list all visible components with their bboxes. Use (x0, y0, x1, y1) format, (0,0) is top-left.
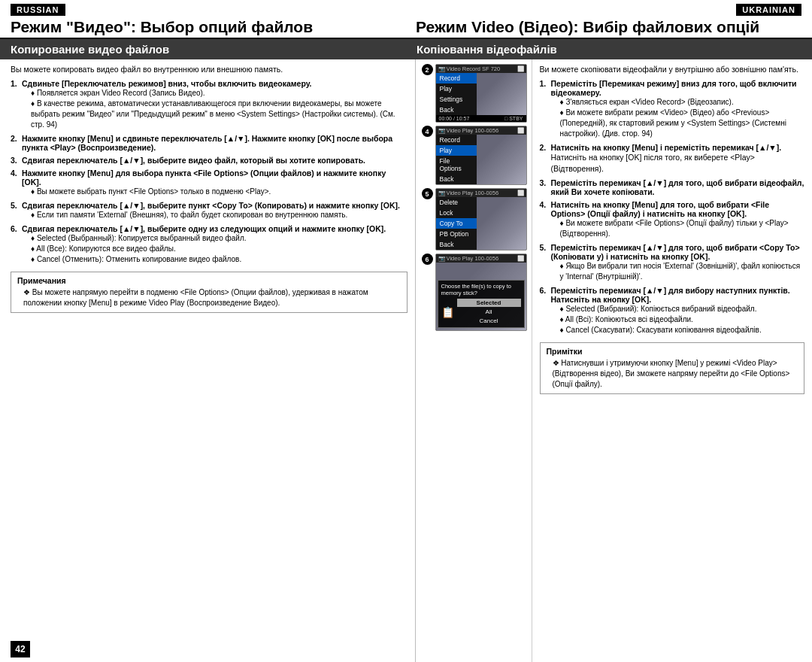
step-right-5-title: Перемістіть перемикач [▲/▼] для того, що… (551, 243, 800, 261)
step-left-1-b1: Появляется экран Video Record (Запись Ви… (22, 88, 408, 99)
step-left-2: 2. Нажмите кнопку [Menu] и сдвиньте пере… (11, 134, 408, 152)
step-right-4-b1: Ви можете вибрати <File Options> (Опції … (551, 218, 805, 239)
notes-left-title: Примечания (17, 276, 401, 285)
screenshots-col: 2 📷 Video Record SF 720 ⬜ Record Play Se… (416, 59, 532, 662)
screen-2-header: 📷 Video Record SF 720 ⬜ (436, 65, 526, 73)
screen-5-menu-pboption: PB Option (436, 229, 477, 239)
screen-6-dialog-title: Choose the file(s) to copy to memory sti… (441, 283, 521, 298)
screen-6-row: 6 📷 Video Play 100-0056 ⬜ Choose the fil… (422, 254, 527, 331)
screen-6-body: Choose the file(s) to copy to memory sti… (436, 263, 526, 330)
step-left-6: 6. Сдвигая переключатель [▲/▼], выберите… (11, 224, 408, 265)
step-right-6: 6. Перемістіть перемикач [▲/▼] для вибор… (540, 286, 805, 336)
step-left-5: 5. Сдвигая переключатель [▲/▼], выберите… (11, 201, 408, 220)
screen-5-menu-delete: Delete (436, 197, 477, 208)
lang-tag-ukrainian: UKRAINIAN (736, 4, 801, 16)
step-right-1-b1: З'являється екран <Video Record> (Відеоз… (551, 97, 805, 108)
screen-2-row: 2 📷 Video Record SF 720 ⬜ Record Play Se… (422, 64, 527, 123)
screen-6-dialog: Choose the file(s) to copy to memory sti… (438, 280, 525, 329)
step-right-6-b2: All (Всі): Копіюються всі відеофайли. (551, 314, 805, 325)
screen-5-header: 📷 Video Play 100-0056 ⬜ (436, 189, 526, 197)
steps-right-col: Ви можете скопіювати відеофайли у внутрі… (532, 59, 813, 662)
step-right-5: 5. Перемістіть перемикач [▲/▼] для того,… (540, 243, 805, 282)
screen-2-menu-record: Record (436, 73, 477, 84)
page: RUSSIAN UKRAINIAN Режим "Видео": Выбор о… (0, 0, 812, 662)
step-left-6-b1: Selected (Выбранный): Копируется выбранн… (22, 233, 408, 244)
step-left-6-title: Сдвигая переключатель [▲/▼], выберите од… (22, 224, 386, 233)
step-right-2-subtitle: Натисніть на кнопку [OK] після того, як … (551, 152, 805, 174)
screen-num-4: 4 (422, 126, 433, 137)
screen-4-menu-record: Record (436, 135, 477, 145)
screen-5-preview (477, 197, 526, 250)
dialog-all[interactable]: All (457, 308, 521, 316)
notes-left: Примечания ❖ Вы можете напрямую перейти … (11, 272, 408, 313)
screen-5-menu-back: Back (436, 239, 477, 250)
notes-left-item-1: ❖ Вы можете напрямую перейти в подменю <… (17, 287, 401, 308)
step-right-4-title: Натисніть на кнопку [Menu] для того, щоб… (551, 200, 770, 218)
step-left-4-b1: Вы можете выбрать пункт <File Options> т… (22, 187, 408, 197)
step-right-3: 3. Перемістіть перемикач [▲/▼] для того,… (540, 178, 805, 196)
step-left-2-title: Нажмите кнопку [Menu] и сдвиньте переклю… (22, 134, 392, 152)
lang-tag-russian: RUSSIAN (11, 4, 65, 16)
screen-5-menu-lock: Lock (436, 208, 477, 218)
screen-4-menu-play: Play (436, 145, 477, 156)
screen-4-row: 4 📷 Video Play 100-0056 ⬜ Record Play Fi… (422, 126, 527, 185)
screen-5-row: 5 📷 Video Play 100-0056 ⬜ Delete Lock Co… (422, 188, 527, 251)
step-left-6-b3: Cancel (Отменить): Отменить копирование … (22, 254, 408, 265)
step-right-4: 4. Натисніть на кнопку [Menu] для того, … (540, 200, 805, 239)
copy-icon: 📋 (441, 306, 454, 318)
screen-4-preview (477, 135, 526, 184)
screen-2-preview (477, 73, 526, 115)
step-right-5-b1: Якщо Ви вибрали тип носія 'External' (Зо… (551, 261, 805, 282)
screen-2-body: Record Play Settings Back (436, 73, 526, 115)
step-left-1-b2: В качестве режима, автоматически устанав… (22, 99, 408, 130)
step-right-6-b3: Cancel (Скасувати): Скасувати копіювання… (551, 325, 805, 336)
screen-5-body: Delete Lock Copy To PB Option Back (436, 197, 526, 250)
screen-4-body: Record Play File Options Back (436, 135, 526, 184)
step-right-1-b2: Ви можете вибрати режим <Video> (Відео) … (551, 108, 805, 139)
screen-num-6: 6 (422, 254, 433, 265)
step-left-1: 1. Сдвиньте [Переключатель режимов] вниз… (11, 79, 408, 130)
screen-5: 📷 Video Play 100-0056 ⬜ Delete Lock Copy… (435, 188, 527, 251)
screen-4: 📷 Video Play 100-0056 ⬜ Record Play File… (435, 126, 527, 185)
step-right-1: 1. Перемістіть [Перемикач режиму] вниз д… (540, 79, 805, 139)
step-right-1-title: Перемістіть [Перемикач режиму] вниз для … (551, 79, 797, 97)
step-right-6-b1: Selected (Вибраний): Копіюється вибраний… (551, 304, 805, 314)
screen-6: 📷 Video Play 100-0056 ⬜ Choose the file(… (435, 254, 527, 331)
step-left-3: 3. Сдвигая переключатель [▲/▼], выберите… (11, 156, 408, 165)
screen-2-menu-play: Play (436, 84, 477, 94)
step-left-4-title: Нажмите кнопку [Menu] для выбора пункта … (22, 169, 386, 187)
dialog-selected[interactable]: Selected (457, 299, 521, 307)
screen-4-header: 📷 Video Play 100-0056 ⬜ (436, 126, 526, 135)
intro-left: Вы можете копировать видео файл во внутр… (11, 65, 408, 74)
screen-5-menu-copyto: Copy To (436, 218, 477, 229)
steps-right: 1. Перемістіть [Перемикач режиму] вниз д… (540, 79, 805, 339)
step-left-4: 4. Нажмите кнопку [Menu] для выбора пунк… (11, 169, 408, 197)
main-title-right: Режим Video (Відео): Вибір файлових опці… (408, 17, 801, 36)
main-title-left: Режим "Видео": Выбор опций файлов (11, 17, 396, 36)
notes-right: Примітки ❖ Натиснувши і утримуючи кнопку… (540, 342, 805, 394)
left-col: Вы можете копировать видео файл во внутр… (0, 59, 416, 662)
notes-right-title: Примітки (547, 347, 798, 356)
screen-num-5: 5 (422, 188, 433, 199)
section-header-right: Копіювання відеофайлів (406, 39, 812, 59)
screen-4-menu: Record Play File Options Back (436, 135, 477, 184)
step-left-6-b2: All (Все): Копируются все видео файлы. (22, 244, 408, 254)
right-col: 2 📷 Video Record SF 720 ⬜ Record Play Se… (416, 59, 813, 662)
page-number: 42 (11, 641, 30, 657)
section-header-left: Копирование видео файлов (0, 39, 406, 59)
screen-2: 📷 Video Record SF 720 ⬜ Record Play Sett… (435, 64, 527, 123)
screen-num-2: 2 (422, 64, 433, 75)
screen-6-header: 📷 Video Play 100-0056 ⬜ (436, 254, 526, 263)
steps-left: 1. Сдвиньте [Переключатель режимов] вниз… (11, 79, 408, 269)
step-left-5-b1: Если тип памяти 'External' (Внешняя), то… (22, 210, 408, 220)
step-left-5-title: Сдвигая переключатель [▲/▼], выберите пу… (22, 201, 400, 210)
intro-right: Ви можете скопіювати відеофайли у внутрі… (540, 65, 805, 74)
dialog-cancel[interactable]: Cancel (457, 317, 521, 325)
screen-4-menu-fileopts: File Options (436, 156, 477, 174)
screen-2-menu-back: Back (436, 105, 477, 115)
notes-right-item-1: ❖ Натиснувши і утримуючи кнопку [Menu] у… (547, 358, 798, 390)
step-right-2: 2. Натисніть на кнопку [Menu] і переміст… (540, 143, 805, 174)
screen-4-menu-back: Back (436, 174, 477, 184)
screen-2-menu: Record Play Settings Back (436, 73, 477, 115)
step-left-3-title: Сдвигая переключатель [▲/▼], выберите ви… (22, 156, 365, 165)
